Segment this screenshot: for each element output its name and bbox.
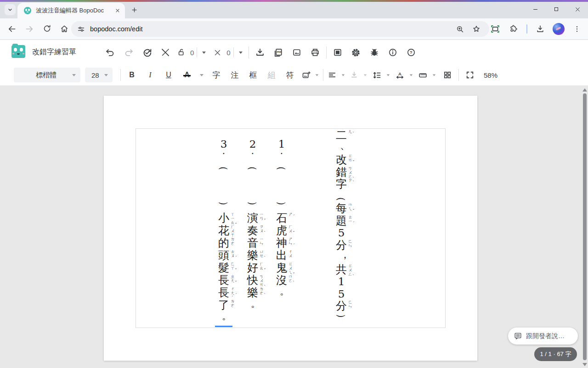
screenshot-extension-button[interactable] [487,21,503,37]
unlock-count: 0 [188,49,196,57]
maximize-button[interactable] [546,0,567,18]
zoom-level[interactable]: 58% [484,71,498,79]
bookmark-button[interactable] [468,21,485,37]
line-spacing-button[interactable] [369,66,384,84]
tab-close-icon[interactable] [115,8,120,13]
doc-num: 5 [335,288,348,300]
font-size-value: 28 [91,71,99,79]
scrollbar-thumb[interactable] [583,93,587,360]
downloads-button[interactable] [532,21,548,37]
unlock-dropdown-button[interactable] [198,43,210,62]
strike-dropdown-button[interactable] [235,43,247,62]
zhuyin-tool-button[interactable]: 注 [226,66,244,84]
profile-button[interactable] [550,21,567,37]
browser-menu-button[interactable] [569,21,585,37]
export-pdf-button[interactable]: PDF [269,43,288,62]
sync-check-button[interactable] [138,43,156,62]
window-controls [525,0,588,18]
insert-image-dropdown-button[interactable] [313,66,321,84]
font-family-select[interactable]: 標楷體 [14,68,80,82]
bopodoc-logo-icon[interactable] [11,45,25,58]
chevron-down-icon [410,74,413,76]
align-dropdown-button[interactable] [339,66,347,84]
scroll-down-arrow-icon[interactable] [582,363,587,366]
focus-mode-button[interactable] [328,43,347,62]
minimize-button[interactable] [525,0,546,18]
document-page[interactable]: 二ㄦˋ、改ㄍㄞˇ錯ㄘㄨㄛˋ字ㄗˋ（每ㄇㄟˇ題ㄊㄧˊ5分ㄈㄣ，共ㄍㄨㄥˋ15分ㄈㄣ… [104,96,477,361]
font-size-select[interactable]: 28 [85,68,113,82]
align-button[interactable] [325,66,339,84]
page-info-text: 1 / 1 · 67 字 [540,350,571,358]
zoom-page-button[interactable] [452,21,468,37]
report-bug-button[interactable] [365,43,384,62]
doc-char: 虎ㄏㄨˇ [275,224,288,237]
feedback-button[interactable]: 跟開發者說… [508,328,578,345]
italic-button[interactable]: I [141,66,159,84]
export-image-button[interactable] [288,43,306,62]
font-color-dropdown-button[interactable] [196,66,207,84]
page-word-counter: 1 / 1 · 67 字 [534,347,577,361]
doc-char: 好ㄏㄠˇ [246,262,259,274]
forward-button[interactable] [21,21,38,37]
address-bar[interactable]: bopodoc.com/edit [71,21,489,37]
image-add-icon [301,70,311,80]
text-cursor [215,326,232,327]
font-color-button[interactable]: A [178,66,196,84]
ruler-dropdown-button[interactable] [430,66,438,84]
extensions-button[interactable] [505,21,522,37]
back-button[interactable] [4,21,20,37]
doc-close: ） [276,200,288,213]
vertical-align-button[interactable] [347,66,361,84]
frame-tool-button[interactable]: 框 [244,66,262,84]
fullscreen-button[interactable] [461,66,479,84]
disable-pen-button[interactable] [156,43,175,62]
tab-search-button[interactable] [5,4,16,15]
doc-num: 5 [335,227,348,239]
site-info-icon[interactable] [77,25,85,34]
letter-spacing-dropdown-button[interactable] [407,66,415,84]
ruler-button[interactable] [415,66,430,84]
doc-gap [275,172,288,200]
info-button[interactable] [384,43,402,62]
nav-buttons [4,21,73,37]
line-spacing-dropdown-button[interactable] [384,66,392,84]
reload-icon [43,24,51,33]
underline-button[interactable]: U [159,66,178,84]
help-button[interactable]: ? [402,43,420,62]
doc-num: 1 [335,276,348,288]
toolbar-row-main: 改錯字練習單 0 0 PDF [0,40,588,64]
print-button[interactable] [306,43,324,62]
scroll-up-arrow-icon[interactable] [582,88,587,92]
vertical-align-dropdown-button[interactable] [361,66,369,84]
frame-tool-label: 框 [249,70,257,80]
grid-icon [443,70,452,80]
settings-button[interactable] [347,43,365,62]
letter-spacing-button[interactable]: A [392,66,407,84]
download-doc-button[interactable] [251,43,269,62]
bold-button[interactable]: B [123,66,141,84]
reload-button[interactable] [39,21,55,37]
vertical-scrollbar[interactable] [582,87,588,367]
pen-off-icon [160,47,170,58]
undo-button[interactable] [101,43,119,62]
browser-tab[interactable]: 波波注音編輯器 BopoDoc [17,3,125,18]
doc-char: 共ㄍㄨㄥˋ [335,264,348,276]
document-title[interactable]: 改錯字練習單 [32,40,76,64]
character-tool-button[interactable]: 字 [207,66,226,84]
new-tab-button[interactable] [129,4,140,15]
redo-button[interactable] [119,43,138,62]
grid-layout-button[interactable] [438,66,457,84]
unlock-button[interactable] [175,43,188,62]
info-icon [388,47,398,58]
home-button[interactable] [56,21,73,37]
symbol-tool-button[interactable]: 符 [281,66,299,84]
group-tool-button[interactable]: 組 [262,66,281,84]
editor-workspace: 二ㄦˋ、改ㄍㄞˇ錯ㄘㄨㄛˋ字ㄗˋ（每ㄇㄟˇ題ㄊㄧˊ5分ㄈㄣ，共ㄍㄨㄥˋ15分ㄈㄣ… [0,86,588,368]
insert-image-button[interactable] [299,66,313,84]
url-text[interactable]: bopodoc.com/edit [90,25,452,33]
close-button[interactable] [567,0,588,18]
strike-button[interactable] [210,43,225,62]
doc-dot: · [275,150,288,160]
doc-period: 。 [275,287,288,298]
group-tool-label: 組 [268,70,276,80]
